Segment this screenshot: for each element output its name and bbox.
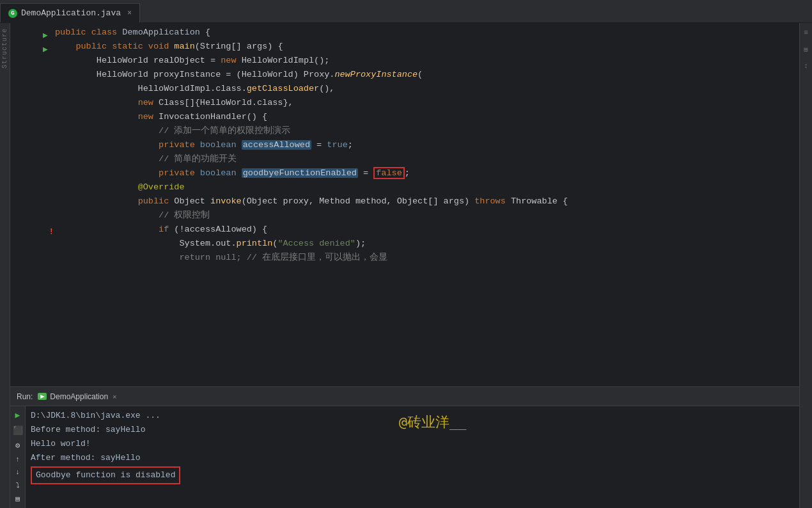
- sidebar-icon-2[interactable]: ⊞: [800, 44, 812, 55]
- sidebar-icon-3[interactable]: ↕: [800, 60, 812, 72]
- code-line-15: public Object invoke(Object proxy, Metho…: [55, 194, 799, 209]
- code-line-11: // 简单的功能开关: [55, 152, 799, 166]
- code-line-17: if (!accessAllowed) {: [55, 223, 799, 237]
- code-line-3: HelloWorld realObject = new HelloWorldIm…: [55, 54, 799, 68]
- editor-container: ▶ ▶ !: [10, 23, 799, 508]
- run-tab-close[interactable]: ×: [113, 393, 116, 401]
- code-line-18: System.out.println("Access denied");: [55, 237, 799, 251]
- code-line-5: HelloWorldImpl.class.getClassLoader(),: [55, 82, 799, 96]
- watermark: @砖业洋__: [399, 413, 467, 432]
- code-gutter: ▶ ▶ !: [36, 23, 55, 386]
- code-line-14: @Override: [55, 180, 799, 194]
- line-numbers: [10, 23, 36, 386]
- code-line-12: private boolean goodbyeFunctionEnabled =…: [55, 166, 799, 180]
- run-arrow-1[interactable]: ▶: [43, 30, 48, 40]
- output-line-5-highlighted: Goodbye function is disabled: [36, 470, 175, 480]
- run-output: D:\JDK1.8\bin\java.exe ... Before method…: [26, 406, 799, 508]
- output-line-4: After method: sayHello: [31, 451, 794, 465]
- code-line-9: private boolean accessAllowed = true;: [55, 138, 799, 152]
- run-play-button[interactable]: ▶: [12, 410, 24, 420]
- code-line-19: return null; // 在底层接口里，可以抛出，会显: [55, 251, 799, 265]
- code-line-6: new Class[]{HelloWorld.class},: [55, 96, 799, 110]
- java-file-icon: G: [8, 9, 17, 18]
- run-stop-button[interactable]: ⬛: [12, 425, 24, 436]
- code-line-8: // 添加一个简单的权限控制演示: [55, 124, 799, 138]
- code-line-16: // 权限控制: [55, 209, 799, 223]
- run-panel-header: Run: DemoApplication ×: [10, 387, 799, 406]
- run-arrow-2[interactable]: ▶: [43, 44, 48, 54]
- run-toolbar: ▶ ⬛ ⚙ ↑ ↓ ⤵ ▤ 📌: [10, 406, 26, 508]
- run-label: Run:: [17, 392, 33, 401]
- run-scroll-down-button[interactable]: ↓: [12, 468, 24, 476]
- code-content: public class DemoApplication { public st…: [55, 23, 799, 386]
- error-indicator: !: [49, 228, 54, 237]
- sidebar-icon-1[interactable]: ≡: [800, 27, 812, 38]
- output-line-3: Hello world!: [31, 437, 794, 451]
- run-settings-button[interactable]: ⚙: [12, 441, 24, 450]
- tab-title: DemoApplication.java: [21, 8, 121, 18]
- run-filter-button[interactable]: ▤: [12, 495, 24, 503]
- structure-label: Structure: [1, 28, 8, 68]
- main-area: Structure: [0, 23, 812, 508]
- code-line-4: HelloWorld proxyInstance = (HelloWorld) …: [55, 68, 799, 82]
- structure-sidebar: Structure: [0, 23, 10, 508]
- run-wrap-button[interactable]: ⤵: [12, 481, 24, 489]
- right-sidebar: ≡ ⊞ ↕: [799, 23, 812, 508]
- code-line-1: public class DemoApplication {: [55, 26, 799, 40]
- code-line-2: public static void main(String[] args) {: [55, 40, 799, 54]
- code-line-7: new InvocationHandler() {: [55, 110, 799, 124]
- run-scroll-up-button[interactable]: ↑: [12, 456, 24, 463]
- run-tab-icon: [38, 393, 47, 400]
- run-tab-name: DemoApplication: [50, 392, 108, 401]
- tab-bar: G DemoApplication.java ×: [0, 0, 812, 23]
- svg-marker-0: [40, 395, 45, 399]
- run-panel: Run: DemoApplication × ▶ ⬛ ⚙ ↑ ↓ ⤵: [10, 386, 799, 508]
- editor-tab[interactable]: G DemoApplication.java ×: [0, 3, 140, 22]
- run-content: ▶ ⬛ ⚙ ↑ ↓ ⤵ ▤ 📌 D:\JDK1.8\bin\java.exe .…: [10, 406, 799, 508]
- tab-close-button[interactable]: ×: [127, 9, 132, 18]
- code-editor: ▶ ▶ !: [10, 23, 799, 386]
- run-tab[interactable]: DemoApplication ×: [38, 392, 116, 401]
